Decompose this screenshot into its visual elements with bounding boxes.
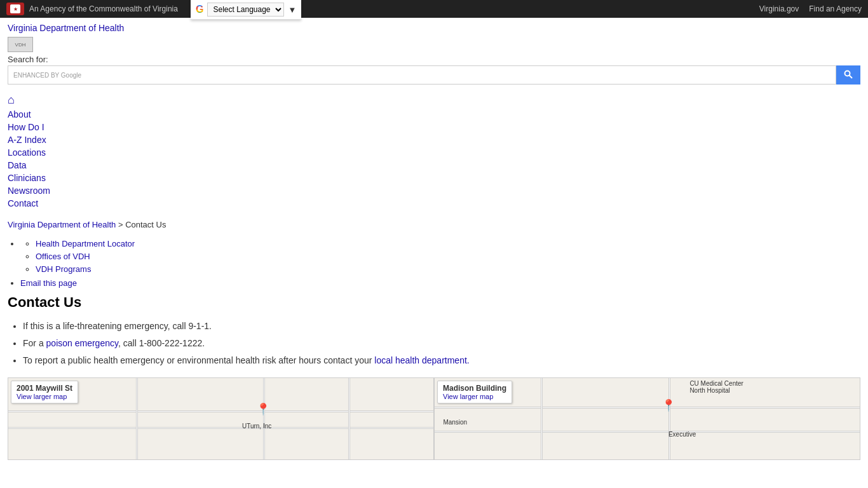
nav-link-newsroom[interactable]: Newsroom [8,186,50,196]
road-v-1 [136,378,138,459]
breadcrumb-current: Contact Us [125,220,166,229]
sub-nav-list: Health Department Locator Offices of VDH… [8,236,860,289]
star-icon: ★ [13,6,18,12]
map-left-popup: 2001 Maywill St View larger map [11,381,78,403]
map-view-larger-left[interactable]: View larger map [17,393,72,400]
logo-text: VDH [15,42,26,48]
nav-home-item: ⌂ [8,92,860,108]
contact-item-report: To report a public health emergency or e… [23,354,860,367]
top-bar: ★ An Agency of the Commonwealth of Virgi… [0,0,868,18]
nav-item-locations: Locations [8,146,860,159]
nav-item-about: About [8,108,860,121]
sub-nav-item: Health Department Locator Offices of VDH… [20,236,860,276]
sub-nav-link-hd-locator[interactable]: Health Department Locator [36,239,135,248]
sub-nav-inner: Health Department Locator Offices of VDH… [20,237,860,275]
google-g-icon: G [196,4,203,15]
agency-text: An Agency of the Commonwealth of Virgini… [29,4,178,13]
search-container: ENHANCED BY Google [8,65,860,85]
sub-nav-hd-locator: Health Department Locator [36,237,860,250]
email-page-link[interactable]: Email this page [20,278,77,288]
map-left: 📍 Midtown... UTurn, Inc 2001 Maywill St … [8,377,434,460]
contact-item-emergency: If this is a life-threatening emergency,… [23,320,860,333]
road-v-3 [348,378,350,459]
top-bar-right: Virginia.gov Find an Agency [759,4,862,13]
road-h-2 [8,427,433,429]
nav-link-how-do-i[interactable]: How Do I [8,122,44,132]
nav-list: ⌂ About How Do I A-Z Index Locations Dat… [8,92,860,210]
search-label: Search for: [8,55,860,64]
nav-link-contact[interactable]: Contact [8,198,38,208]
map-pin-right: 📍 [661,398,675,412]
map-label-cu: CU Medical CenterNorth Hospital [689,380,743,394]
map-label-uturn: UTurn, Inc [242,423,271,430]
nav-link-clinicians[interactable]: Clinicians [8,173,46,183]
nav-link-locations[interactable]: Locations [8,147,46,158]
breadcrumb-home-link[interactable]: Virginia Department of Health [8,220,116,229]
nav-link-about[interactable]: About [8,109,31,119]
email-page-item: Email this page [20,276,860,289]
road-v-r2 [668,378,670,459]
translate-dropdown-icon: ▼ [288,5,296,15]
svg-point-0 [845,71,850,76]
map-right-popup: Madison Building View larger map [437,381,512,403]
search-google-label: ENHANCED BY Google [13,72,81,79]
nav-item-az-index: A-Z Index [8,133,860,146]
nav-item-data: Data [8,159,860,172]
contact-item-poison: For a poison emergency, call 1-800-222-1… [23,337,860,350]
map-pin-left: 📍 [256,402,270,416]
page-heading: Contact Us [8,294,860,311]
site-title-link[interactable]: Virginia Department of Health [8,23,860,33]
map-address-left: 2001 Maywill St [17,384,72,393]
local-health-dept-link[interactable]: local health department. [374,355,469,365]
map-label-executive: Executive [668,431,696,438]
logo-area: VDH [8,37,860,52]
breadcrumb: Virginia Department of Health > Contact … [8,220,860,229]
road-h-1 [8,410,433,412]
nav-item-newsroom: Newsroom [8,184,860,197]
translate-bar: G Select Language ▼ [191,0,301,20]
sub-nav-link-offices[interactable]: Offices of VDH [36,252,90,261]
contact-poison-before: For a [23,338,46,348]
map-label-mansion: Mansion [443,419,467,426]
nav-item-contact: Contact [8,197,860,210]
gov-logo: ★ [6,3,24,15]
nav-home-link[interactable]: ⌂ [8,95,15,105]
search-input-wrapper: ENHANCED BY Google [8,65,836,85]
contact-poison-after: , call 1-800-222-1222. [118,338,205,348]
contact-list: If this is a life-threatening emergency,… [8,320,860,367]
road-diagonal [733,378,860,459]
nav-item-clinicians: Clinicians [8,172,860,184]
home-icon: ⌂ [8,93,15,106]
svg-line-1 [850,75,853,78]
main-content: Virginia Department of Health VDH Search… [0,18,868,465]
translate-select[interactable]: Select Language [207,3,284,17]
nav-link-az-index[interactable]: A-Z Index [8,135,46,145]
nav-item-how-do-i: How Do I [8,121,860,133]
search-input[interactable] [85,71,831,80]
map-address-right: Madison Building [443,384,506,393]
nav-link-data[interactable]: Data [8,160,27,170]
find-agency-link[interactable]: Find an Agency [809,4,862,13]
site-logo: VDH [8,37,33,52]
maps-row: 📍 Midtown... UTurn, Inc 2001 Maywill St … [8,377,860,460]
breadcrumb-separator: > [118,220,125,229]
contact-emergency-text: If this is a life-threatening emergency,… [23,321,212,331]
sub-nav-offices: Offices of VDH [36,250,860,262]
sub-nav-programs: VDH Programs [36,262,860,275]
map-right: 📍 CU Medical CenterNorth Hospital Execut… [434,377,860,460]
road-v-2 [263,378,265,459]
sub-nav-link-programs[interactable]: VDH Programs [36,264,91,274]
search-icon [844,70,853,79]
road-v-r1 [541,378,543,459]
contact-report-before: To report a public health emergency or e… [23,355,374,365]
map-view-larger-right[interactable]: View larger map [443,393,506,400]
poison-emergency-link[interactable]: poison emergency [46,338,118,348]
search-button[interactable] [836,65,860,85]
virginia-gov-link[interactable]: Virginia.gov [759,4,799,13]
top-bar-left: ★ An Agency of the Commonwealth of Virgi… [6,3,178,15]
